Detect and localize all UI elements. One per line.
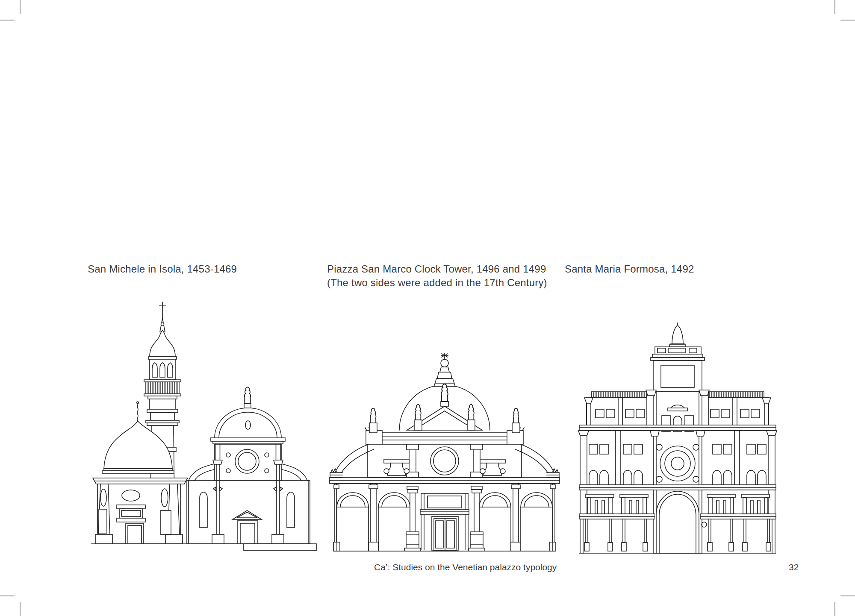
caption-clock-tower-line2: (The two sides were added in the 17th Ce… [327,277,547,288]
domed-church-facade-drawing [329,352,560,557]
crop-mark-bottom-right-v [834,602,835,616]
bell-and-upper-tower [651,323,705,392]
pediment-and-statues [365,384,524,444]
page: San Michele in Isola, 1453-1469 Piazza S… [0,0,855,616]
san-michele-drawing [90,297,321,557]
crop-mark-top-right-h [840,20,855,21]
clock-floor [578,431,777,490]
middle-register [330,444,559,478]
caption-santa-maria-formosa: Santa Maria Formosa, 1492 [565,262,694,276]
crop-mark-top-left-v [20,0,21,14]
base-step [244,544,316,551]
page-number: 32 [789,562,799,572]
footer-caption: Ca’: Studies on the Venetian palazzo typ… [374,562,557,572]
crop-mark-bottom-left-v [20,602,21,616]
crop-mark-bottom-right-h [840,595,855,596]
crop-mark-top-left-h [0,20,15,21]
caption-clock-tower: Piazza San Marco Clock Tower, 1496 and 1… [327,262,547,290]
clock-tower-drawing [577,323,782,555]
lower-register [330,478,560,551]
caption-san-michele: San Michele in Isola, 1453-1469 [88,262,237,276]
church-facade [187,387,310,544]
caption-clock-tower-line1: Piazza San Marco Clock Tower, 1496 and 1… [327,263,546,275]
crop-mark-bottom-left-h [0,595,15,596]
crop-mark-top-right-v [834,0,835,14]
